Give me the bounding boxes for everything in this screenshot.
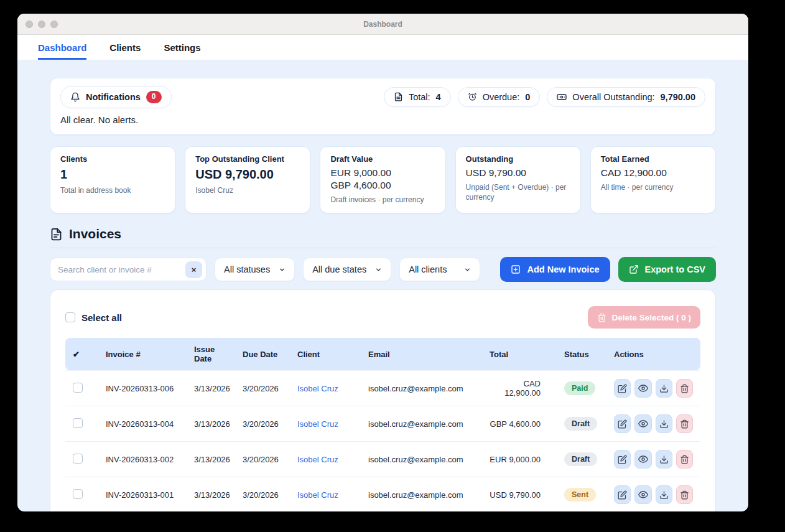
notifications-message: All clear. No alerts. [60,114,705,125]
export-csv-button[interactable]: Export to CSV [618,257,716,282]
overdue-pill: Overdue: 0 [458,87,541,107]
plus-square-icon [511,264,521,274]
tab-clients[interactable]: Clients [109,35,141,60]
invoice-number: INV-20260313-002 [98,442,187,477]
client-link[interactable]: Isobel Cruz [297,490,338,500]
search-clear-button[interactable]: × [185,261,202,278]
header-issue-date: Issue Date [187,338,235,370]
download-icon [659,419,669,429]
row-checkbox[interactable] [73,489,83,499]
client-link[interactable]: Isobel Cruz [297,384,338,393]
export-icon [629,264,639,274]
client-email: isobel.cruz@example.com [361,406,482,442]
invoice-number: INV-20260313-004 [98,406,187,442]
table-header-row: ✔ Invoice # Issue Date Due Date Client E… [65,338,700,370]
edit-button[interactable] [614,414,631,433]
due-date: 3/20/2026 [235,442,290,477]
invoice-total: USD 9,790.00 [482,477,557,511]
client-email: isobel.cruz@example.com [361,477,482,511]
window-title: Dashboard [363,20,402,29]
minimize-button[interactable] [38,21,45,28]
invoice-total: GBP 4,600.00 [482,406,557,442]
due-state-filter-select[interactable]: All due states [303,258,391,281]
trash-icon [597,313,606,322]
tab-settings[interactable]: Settings [164,35,200,60]
download-button[interactable] [656,450,672,469]
invoices-table: ✔ Invoice # Issue Date Due Date Client E… [65,338,700,511]
download-button[interactable] [656,414,672,433]
edit-icon [618,384,627,393]
due-date: 3/20/2026 [235,370,290,406]
chevron-down-icon [464,266,471,273]
tab-dashboard[interactable]: Dashboard [38,35,86,60]
select-all-label: Select all [81,312,122,323]
row-checkbox[interactable] [73,454,83,464]
trash-icon [680,455,689,464]
overall-outstanding-pill: Overall Outstanding: 9,790.00 [547,87,705,107]
delete-row-button[interactable] [676,414,693,433]
edit-button[interactable] [614,485,631,504]
banknote-icon [557,92,567,102]
edit-button[interactable] [614,450,631,469]
status-badge: Paid [564,381,595,395]
edit-icon [618,419,627,429]
invoice-number: INV-20260313-006 [98,370,187,406]
stat-card-draft-value: Draft Value EUR 9,000.00 GBP 4,600.00 Dr… [320,146,445,213]
view-button[interactable] [634,450,651,469]
alarm-icon [468,92,477,101]
row-checkbox[interactable] [73,383,83,393]
issue-date: 3/13/2026 [187,370,235,406]
file-icon [394,92,403,101]
select-all-control: Select all [65,312,122,323]
zoom-button[interactable] [50,21,58,28]
status-badge: Draft [564,417,597,431]
due-state-filter-value: All due states [312,264,366,274]
eye-icon [638,454,648,464]
invoice-filter-bar: × All statuses All due states All client… [50,257,716,282]
download-icon [659,490,669,500]
delete-row-button[interactable] [676,379,693,398]
row-checkbox[interactable] [73,418,83,428]
view-button[interactable] [634,379,651,398]
download-icon [659,455,669,464]
app-window: Dashboard Dashboard Clients Settings Not… [17,14,748,511]
header-actions: Actions [606,338,700,370]
download-button[interactable] [656,485,672,504]
invoice-table-panel: Select all Delete Selected ( 0 ) [50,289,716,511]
header-invoice: Invoice # [98,338,187,370]
edit-button[interactable] [614,379,631,398]
select-all-checkbox[interactable] [65,312,75,322]
search-input[interactable] [58,265,185,274]
trash-icon [680,384,689,393]
status-badge: Sent [564,488,596,502]
stat-value: GBP 4,600.00 [330,179,435,192]
issue-date: 3/13/2026 [187,477,235,511]
stat-value: EUR 9,000.00 [330,167,435,179]
notifications-toggle[interactable]: Notifications 0 [60,86,172,108]
client-filter-select[interactable]: All clients [399,258,480,281]
delete-selected-button[interactable]: Delete Selected ( 0 ) [588,306,700,329]
due-date: 3/20/2026 [235,406,290,442]
status-filter-select[interactable]: All statuses [215,258,295,281]
add-new-invoice-button[interactable]: Add New Invoice [500,257,610,282]
trash-icon [680,419,689,429]
close-button[interactable] [26,21,33,28]
header-check: ✔ [65,338,98,370]
download-icon [659,384,669,393]
download-button[interactable] [656,379,672,398]
client-email: isobel.cruz@example.com [361,370,482,406]
edit-icon [618,490,627,500]
view-button[interactable] [634,485,651,504]
status-badge: Draft [564,452,597,466]
table-row: INV-20260313-002 3/13/2026 3/20/2026 Iso… [65,442,700,477]
stat-value: 1 [60,167,165,182]
client-link[interactable]: Isobel Cruz [297,455,338,464]
notifications-card: Notifications 0 Total: 4 [50,78,716,135]
header-status: Status [557,338,606,370]
delete-row-button[interactable] [676,485,693,504]
view-button[interactable] [634,414,651,433]
stat-value: CAD 12,900.00 [601,167,705,179]
table-row: INV-20260313-004 3/13/2026 3/20/2026 Iso… [65,406,700,442]
delete-row-button[interactable] [676,450,693,469]
client-link[interactable]: Isobel Cruz [297,419,338,429]
